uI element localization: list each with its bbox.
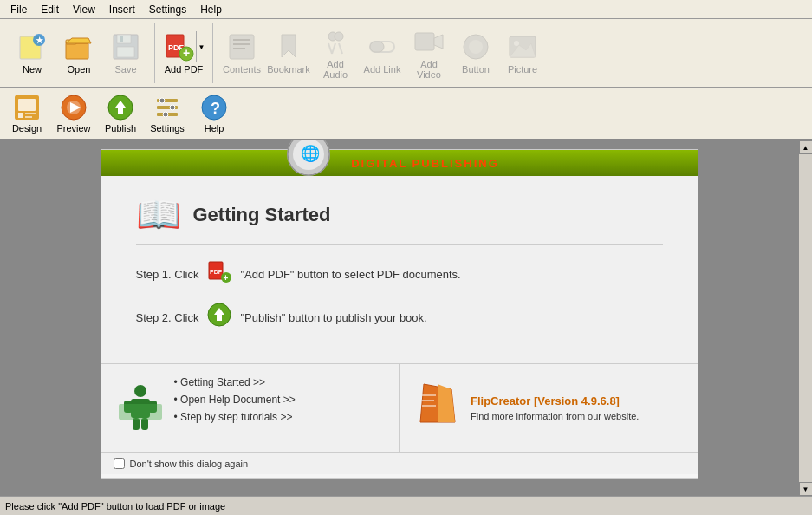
settings-icon xyxy=(153,94,181,121)
gs-title: Getting Started xyxy=(193,204,331,226)
svg-point-50 xyxy=(170,105,175,110)
svg-point-49 xyxy=(159,98,165,103)
button-label: Button xyxy=(462,64,490,75)
step2: Step 2. Click "Publish" button to publis… xyxy=(136,303,663,332)
add-pdf-button[interactable]: PDF + ▼ Add PDF xyxy=(160,25,207,81)
add-pdf-icon: PDF + xyxy=(161,31,196,62)
svg-point-51 xyxy=(163,112,168,117)
add-link-label: Add Link xyxy=(364,64,401,75)
gs-link-getting-started[interactable]: Getting Started >> xyxy=(174,376,296,388)
right-scrollbar[interactable]: ▲ ▼ xyxy=(798,140,812,496)
toolbar-secondary: Design Preview Publish xyxy=(0,88,812,140)
gs-link-open-help[interactable]: Open Help Document >> xyxy=(174,394,296,406)
bookmark-label: Bookmark xyxy=(267,64,310,75)
dont-show-checkbox[interactable] xyxy=(114,458,125,469)
add-video-icon xyxy=(413,26,445,57)
picture-label: Picture xyxy=(508,64,537,75)
add-link-icon xyxy=(367,31,398,62)
add-pdf-dropdown-arrow[interactable]: ▼ xyxy=(196,31,206,62)
svg-point-33 xyxy=(514,41,519,46)
add-audio-button: Add Audio xyxy=(312,25,359,81)
open-button[interactable]: Open xyxy=(55,25,102,81)
step1-prefix: Step 1. Click xyxy=(136,268,199,281)
svg-rect-27 xyxy=(370,42,384,52)
bookmark-icon xyxy=(273,31,304,62)
add-video-label: Add Video xyxy=(408,59,450,80)
gs-footer: Don't show this dialog again xyxy=(101,452,698,474)
svg-rect-17 xyxy=(233,39,250,41)
preview-label: Preview xyxy=(56,123,90,134)
publish-label: Publish xyxy=(105,123,136,134)
menu-help[interactable]: Help xyxy=(193,2,229,17)
preview-button[interactable]: Preview xyxy=(50,91,97,136)
help-figure-icon xyxy=(119,380,162,440)
svg-rect-75 xyxy=(422,405,436,407)
help-icon: ? xyxy=(200,94,228,121)
toolbar-section-addpdf: PDF + ▼ Add PDF xyxy=(155,23,213,83)
settings-button[interactable]: Settings xyxy=(144,91,191,136)
svg-text:+: + xyxy=(224,273,229,283)
save-button: Save xyxy=(102,25,149,81)
new-button-label: New xyxy=(23,64,42,75)
svg-text:PDF: PDF xyxy=(210,269,223,275)
svg-point-22 xyxy=(335,32,343,41)
preview-icon xyxy=(60,94,88,121)
svg-marker-20 xyxy=(282,35,296,57)
branding-logo: 🌐 xyxy=(287,140,330,176)
contents-icon xyxy=(226,31,257,62)
menu-edit[interactable]: Edit xyxy=(34,2,66,17)
gs-link-tutorials[interactable]: Step by step tutorials >> xyxy=(174,411,296,423)
toolbar-main: ★ New Open xyxy=(0,19,812,88)
scroll-down-arrow[interactable]: ▼ xyxy=(799,482,813,496)
publish-icon xyxy=(107,94,134,121)
step2-prefix: Step 2. Click xyxy=(136,311,199,324)
dont-show-label[interactable]: Don't show this dialog again xyxy=(130,459,249,469)
status-bar: Please click "Add PDF" button to load PD… xyxy=(0,496,812,515)
add-audio-label: Add Audio xyxy=(315,59,356,80)
design-button[interactable]: Design xyxy=(3,91,50,136)
bookmark-button: Bookmark xyxy=(265,25,312,81)
gs-bottom-right: FlipCreator [Version 4.9.6.8] Find more … xyxy=(400,364,698,452)
save-button-label: Save xyxy=(114,64,136,75)
gs-bottom: Getting Started >> Open Help Document >>… xyxy=(101,363,698,452)
svg-text:+: + xyxy=(183,46,190,60)
svg-rect-10 xyxy=(117,47,134,57)
step2-suffix: "Publish" button to publish your book. xyxy=(240,311,426,324)
svg-rect-9 xyxy=(117,35,131,43)
product-name: FlipCreator [Version 4.9.6.8] xyxy=(471,394,639,407)
scroll-up-arrow[interactable]: ▲ xyxy=(799,140,813,154)
toolbar-section-insert: Contents Bookmark Add Audio xyxy=(213,23,551,83)
menu-file[interactable]: File xyxy=(3,2,34,17)
svg-rect-18 xyxy=(233,43,250,45)
svg-rect-5 xyxy=(66,43,88,59)
contents-button: Contents xyxy=(218,25,265,81)
button-button: Button xyxy=(452,25,499,81)
svg-rect-69 xyxy=(141,418,148,430)
design-label: Design xyxy=(12,123,42,134)
settings-label: Settings xyxy=(150,123,185,134)
status-text: Please click "Add PDF" button to load PD… xyxy=(5,501,225,512)
menu-insert[interactable]: Insert xyxy=(102,2,142,17)
publish-button[interactable]: Publish xyxy=(97,91,144,136)
contents-label: Contents xyxy=(223,64,261,75)
svg-rect-16 xyxy=(230,35,254,59)
help-button[interactable]: ? Help xyxy=(191,91,237,136)
step2-icon xyxy=(207,303,231,332)
new-button[interactable]: ★ New xyxy=(9,25,55,81)
gs-bottom-left: Getting Started >> Open Help Document >>… xyxy=(101,364,400,452)
svg-rect-64 xyxy=(134,385,146,397)
svg-line-25 xyxy=(339,43,342,54)
getting-started-panel: 🌐 DIGITAL PUBLISHING 📖 Getting Started S… xyxy=(101,149,698,479)
save-icon xyxy=(110,31,141,62)
getting-started-body: 📖 Getting Started Step 1. Click PDF + xyxy=(101,176,698,363)
design-icon xyxy=(13,94,41,121)
scroll-track xyxy=(799,154,813,482)
menu-settings[interactable]: Settings xyxy=(142,2,193,17)
add-audio-icon xyxy=(320,26,351,57)
svg-marker-72 xyxy=(438,384,455,422)
menu-view[interactable]: View xyxy=(66,2,102,17)
svg-rect-70 xyxy=(119,404,162,420)
menu-bar: File Edit View Insert Settings Help xyxy=(0,0,812,19)
branding-text: DIGITAL PUBLISHING xyxy=(351,157,499,170)
svg-rect-36 xyxy=(18,99,36,111)
